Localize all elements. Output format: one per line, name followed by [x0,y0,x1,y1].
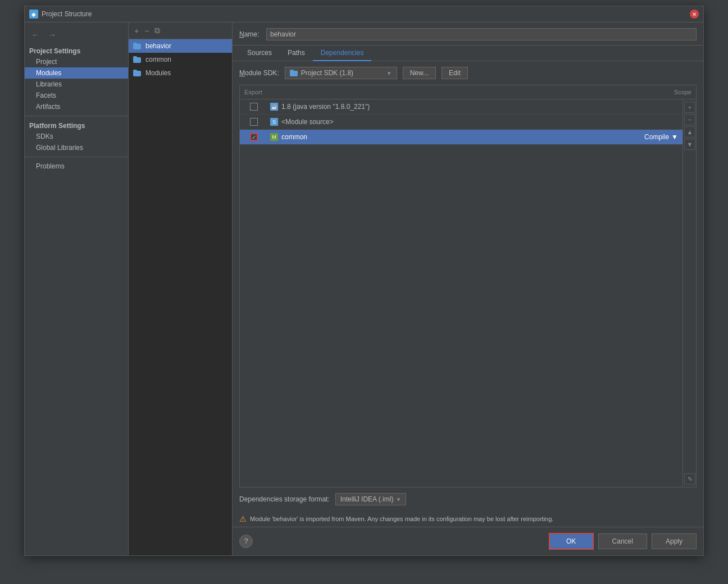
dep-scope-jdk [615,106,683,108]
remove-module-button[interactable]: − [142,25,151,36]
storage-dropdown[interactable]: IntelliJ IDEA (.iml) ▼ [335,493,407,505]
dep-scope-common[interactable]: Compile ▼ [615,132,683,142]
module-item-modules[interactable]: Modules [129,66,232,80]
deps-header: Export Scope [240,85,696,99]
sidebar-item-libraries[interactable]: Libraries [25,79,128,90]
dep-export-source [240,117,268,127]
storage-value: IntelliJ IDEA (.iml) [340,495,394,503]
cancel-button[interactable]: Cancel [598,533,647,549]
warning-row: ⚠ Module 'behavior' is imported from Mav… [233,511,703,527]
name-input[interactable] [266,28,697,40]
dep-name-jdk: ☕ 1.8 (java version "1.8.0_221") [268,102,615,112]
name-label: Name: [239,30,262,38]
sidebar-item-modules[interactable]: Modules [25,67,128,79]
sidebar: ← → Project Settings Project Modules Lib… [25,22,129,555]
folder-icon [133,70,142,76]
deps-remove-button[interactable]: − [684,114,695,125]
deps-wrapper: ☕ 1.8 (java version "1.8.0_221") S [240,99,696,487]
sidebar-item-project[interactable]: Project [25,56,128,67]
forward-button[interactable]: → [46,29,58,40]
module-item-common[interactable]: common [129,53,232,66]
deps-edit-button[interactable]: ✎ [684,473,695,485]
storage-label: Dependencies storage format: [239,495,330,503]
module-list-toolbar: + − ⧉ [129,22,232,39]
sdk-value: Project SDK (1.8) [301,69,384,77]
tab-paths[interactable]: Paths [280,45,313,61]
content-area: ← → Project Settings Project Modules Lib… [25,22,703,555]
folder-icon [133,56,142,63]
col-export-header: Export [240,88,268,97]
dropdown-arrow-icon: ▼ [386,70,392,76]
sidebar-nav: ← → [25,27,128,43]
dep-row-jdk[interactable]: ☕ 1.8 (java version "1.8.0_221") [240,99,683,115]
bottom-bar: ? OK Cancel Apply [233,527,703,555]
sidebar-item-problems[interactable]: Problems [25,161,128,172]
export-checkbox-common[interactable] [250,133,258,141]
col-name-header [268,88,629,97]
sdk-label: Module SDK: [239,69,279,77]
ok-button[interactable]: OK [549,533,594,550]
module-list-items: behavior common Modules [129,39,232,555]
title-bar: ◆ Project Structure ✕ [25,6,703,22]
dep-export-jdk [240,102,268,112]
jdk-icon: ☕ [270,103,278,111]
storage-row: Dependencies storage format: IntelliJ ID… [233,487,703,511]
dep-name-common: M common [268,132,615,142]
sdk-row: Module SDK: Project SDK (1.8) ▼ New... E… [233,61,703,85]
sidebar-item-global-libraries[interactable]: Global Libraries [25,142,128,153]
new-sdk-button[interactable]: New... [403,67,436,79]
col-scope-header: Scope [629,88,696,97]
edit-sdk-button[interactable]: Edit [442,67,468,79]
sdk-dropdown[interactable]: Project SDK (1.8) ▼ [285,67,397,79]
dep-row-common[interactable]: M common Compile ▼ [240,130,683,145]
project-structure-window: ◆ Project Structure ✕ ← → Project Settin… [24,6,704,556]
name-row: Name: [233,22,703,45]
module-dep-icon: M [270,133,278,141]
tab-dependencies[interactable]: Dependencies [313,45,372,61]
window-icon: ◆ [29,10,38,19]
project-settings-header: Project Settings [25,45,128,56]
sidebar-divider [25,116,128,116]
storage-dropdown-arrow-icon: ▼ [395,496,401,503]
deps-actions: + − ▲ ▼ ✎ [683,99,696,487]
bottom-left: ? [239,535,544,548]
help-button[interactable]: ? [239,535,253,548]
export-checkbox-source[interactable] [250,118,258,126]
title-bar-left: ◆ Project Structure [29,10,92,19]
tabs-row: Sources Paths Dependencies [233,45,703,61]
add-module-button[interactable]: + [132,25,141,36]
warning-text: Module 'behavior' is imported from Maven… [250,515,553,522]
platform-settings-header: Platform Settings [25,120,128,131]
export-checkbox-jdk[interactable] [250,103,258,111]
deps-add-button[interactable]: + [684,102,695,113]
window-title: Project Structure [42,10,92,18]
dep-row-module-source[interactable]: S <Module source> [240,115,683,130]
warning-icon: ⚠ [239,514,247,523]
module-item-behavior[interactable]: behavior [129,39,232,53]
dependencies-container: Export Scope ☕ 1.8 (java vers [239,85,697,487]
sidebar-item-facets[interactable]: Facets [25,90,128,101]
dep-name-source: S <Module source> [268,117,615,127]
dep-scope-source [615,121,683,123]
sdk-folder-icon [290,70,299,76]
deps-move-up-button[interactable]: ▲ [684,126,695,138]
tab-sources[interactable]: Sources [239,45,280,61]
sidebar-item-sdks[interactable]: SDKs [25,131,128,142]
module-list-panel: + − ⧉ behavior common Modules [129,22,233,555]
back-button[interactable]: ← [29,29,42,40]
dep-export-common [240,132,268,142]
sidebar-item-artifacts[interactable]: Artifacts [25,101,128,112]
source-icon: S [270,118,278,126]
deps-move-down-button[interactable]: ▼ [684,139,695,150]
folder-icon [133,43,142,49]
main-panel: Name: Sources Paths Dependencies Module … [233,22,703,555]
deps-list: ☕ 1.8 (java version "1.8.0_221") S [240,99,683,487]
apply-button[interactable]: Apply [652,533,697,549]
close-button[interactable]: ✕ [690,10,699,19]
sidebar-divider-2 [25,157,128,157]
scope-dropdown-arrow-icon: ▼ [671,133,678,141]
copy-module-button[interactable]: ⧉ [152,25,162,36]
